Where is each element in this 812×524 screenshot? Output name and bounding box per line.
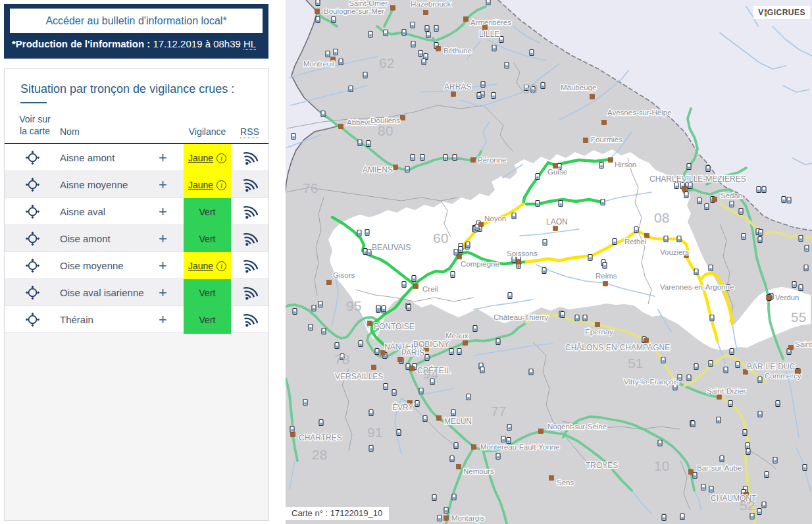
gauge-station[interactable] — [425, 26, 429, 32]
gauge-station[interactable] — [454, 443, 458, 449]
gauge-station[interactable] — [438, 515, 442, 521]
gauge-station[interactable] — [293, 309, 297, 315]
gauge-station[interactable] — [603, 263, 607, 269]
gauge-station[interactable] — [326, 51, 330, 57]
city-marker[interactable] — [789, 346, 794, 350]
gauge-station[interactable] — [536, 201, 540, 207]
city-marker[interactable] — [368, 321, 372, 326]
rss-button[interactable] — [231, 284, 268, 301]
gauge-station[interactable] — [420, 155, 424, 161]
view-on-map-button[interactable] — [5, 204, 60, 219]
gauge-station[interactable] — [449, 349, 453, 355]
gauge-station[interactable] — [776, 401, 780, 407]
city-marker[interactable] — [717, 395, 722, 400]
gauge-station[interactable] — [367, 141, 370, 147]
rss-button[interactable] — [231, 257, 268, 274]
gauge-station[interactable] — [658, 440, 662, 446]
city-marker[interactable] — [767, 296, 771, 300]
gauge-station[interactable] — [349, 86, 353, 92]
city-marker[interactable] — [424, 11, 428, 15]
expand-button[interactable]: + — [159, 151, 184, 165]
gauge-station[interactable] — [453, 155, 457, 161]
gauge-station[interactable] — [512, 213, 516, 219]
expand-button[interactable]: + — [159, 205, 184, 219]
gauge-station[interactable] — [496, 339, 500, 345]
city-marker[interactable] — [689, 470, 694, 475]
gauge-station[interactable] — [543, 240, 547, 246]
city-marker[interactable] — [472, 445, 476, 450]
gauge-station[interactable] — [687, 375, 691, 381]
gauge-station[interactable] — [709, 265, 713, 271]
gauge-station[interactable] — [451, 410, 455, 416]
info-icon[interactable]: i — [216, 180, 226, 190]
gauge-station[interactable] — [492, 45, 496, 51]
city-marker[interactable] — [457, 255, 462, 259]
gauge-station[interactable] — [382, 306, 386, 312]
city-marker[interactable] — [517, 260, 521, 265]
gauge-station[interactable] — [792, 282, 796, 288]
gauge-station[interactable] — [316, 0, 320, 6]
city-marker[interactable] — [603, 282, 608, 286]
gauge-station[interactable] — [717, 417, 721, 423]
gauge-station[interactable] — [368, 32, 372, 38]
gauge-station[interactable] — [423, 416, 427, 422]
gauge-station[interactable] — [536, 174, 540, 180]
gauge-station[interactable] — [746, 449, 750, 455]
gauge-station[interactable] — [319, 420, 323, 426]
city-marker[interactable] — [553, 226, 558, 231]
gauge-station[interactable] — [687, 164, 691, 170]
city-marker[interactable] — [391, 6, 395, 11]
gauge-station[interactable] — [709, 486, 713, 492]
gauge-station[interactable] — [634, 227, 638, 233]
gauge-station[interactable] — [473, 326, 477, 332]
gauge-station[interactable] — [411, 155, 415, 161]
gauge-station[interactable] — [486, 0, 490, 5]
city-marker[interactable] — [471, 158, 476, 163]
gauge-station[interactable] — [599, 163, 603, 169]
gauge-station[interactable] — [710, 315, 714, 321]
gauge-station[interactable] — [334, 49, 338, 55]
gauge-station[interactable] — [369, 410, 373, 416]
gauge-station[interactable] — [425, 355, 429, 361]
view-on-map-button[interactable] — [5, 231, 60, 246]
gauge-station[interactable] — [804, 265, 808, 271]
gauge-station[interactable] — [303, 400, 307, 406]
gauge-station[interactable] — [561, 312, 565, 318]
city-marker[interactable] — [414, 284, 419, 289]
gauge-station[interactable] — [739, 209, 743, 215]
gauge-station[interactable] — [758, 377, 762, 383]
city-marker[interactable] — [437, 416, 442, 421]
gauge-station[interactable] — [501, 436, 505, 442]
gauge-station[interactable] — [677, 236, 681, 242]
gauge-station[interactable] — [757, 509, 761, 515]
view-on-map-button[interactable] — [5, 150, 60, 165]
gauge-station[interactable] — [412, 276, 416, 282]
gauge-station[interactable] — [419, 51, 422, 57]
gauge-station[interactable] — [724, 367, 728, 373]
gauge-station[interactable] — [454, 249, 458, 255]
expand-button[interactable]: + — [159, 178, 184, 192]
gauge-station[interactable] — [481, 82, 485, 88]
gauge-station[interactable] — [466, 242, 470, 248]
gauge-station[interactable] — [799, 285, 803, 291]
gauge-station[interactable] — [496, 454, 500, 459]
gauge-station[interactable] — [720, 456, 724, 462]
gauge-station[interactable] — [419, 388, 423, 394]
gauge-station[interactable] — [750, 513, 754, 519]
view-on-map-button[interactable] — [5, 312, 60, 327]
gauge-station[interactable] — [477, 93, 481, 99]
gauge-station[interactable] — [363, 249, 367, 255]
gauge-station[interactable] — [459, 247, 463, 253]
gauge-station[interactable] — [411, 41, 415, 47]
gauge-station[interactable] — [467, 394, 470, 400]
gauge-station[interactable] — [406, 364, 410, 370]
gauge-station[interactable] — [321, 111, 325, 117]
gauge-station[interactable] — [559, 201, 563, 207]
gauge-station[interactable] — [309, 325, 313, 330]
gauge-station[interactable] — [693, 473, 697, 479]
gauge-station[interactable] — [758, 411, 762, 417]
gauge-station[interactable] — [787, 197, 791, 203]
gauge-station[interactable] — [332, 17, 336, 23]
gauge-station[interactable] — [601, 199, 605, 205]
gauge-station[interactable] — [694, 364, 698, 370]
